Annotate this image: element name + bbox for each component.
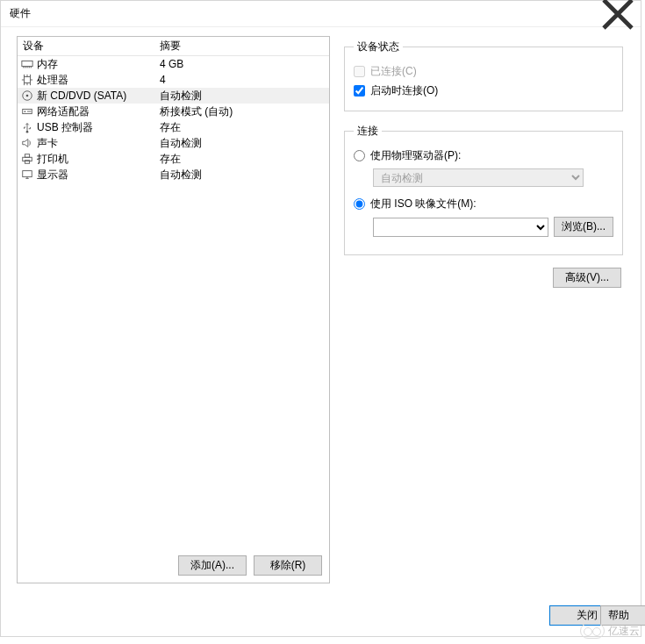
hardware-row[interactable]: 打印机存在 bbox=[18, 151, 329, 167]
hardware-device-name: 显示器 bbox=[37, 168, 68, 182]
dialog-title: 硬件 bbox=[10, 6, 31, 21]
usb-icon bbox=[21, 121, 33, 133]
column-device-header[interactable]: 设备 bbox=[18, 39, 156, 54]
svg-rect-8 bbox=[25, 154, 29, 158]
hardware-row[interactable]: 声卡自动检测 bbox=[18, 135, 329, 151]
hardware-row[interactable]: 显示器自动检测 bbox=[18, 167, 329, 182]
use-physical-row[interactable]: 使用物理驱动器(P): bbox=[354, 146, 613, 165]
device-status-group: 设备状态 已连接(C) 启动时连接(O) bbox=[344, 39, 623, 111]
svg-rect-1 bbox=[25, 77, 31, 83]
browse-button[interactable]: 浏览(B)... bbox=[554, 217, 613, 237]
hardware-device-cell: 网络适配器 bbox=[18, 104, 156, 119]
display-icon bbox=[21, 168, 33, 181]
iso-file-sub: 浏览(B)... bbox=[373, 217, 613, 237]
svg-rect-0 bbox=[22, 61, 32, 67]
titlebar: 硬件 bbox=[1, 1, 641, 27]
use-physical-label: 使用物理驱动器(P): bbox=[370, 148, 461, 163]
add-button[interactable]: 添加(A)... bbox=[178, 555, 247, 576]
svg-point-6 bbox=[26, 131, 29, 133]
hardware-summary-cell: 4 bbox=[156, 74, 329, 86]
use-iso-label: 使用 ISO 映像文件(M): bbox=[370, 197, 477, 211]
hardware-device-cell: 新 CD/DVD (SATA) bbox=[18, 89, 156, 104]
svg-point-5 bbox=[25, 111, 26, 112]
iso-file-select[interactable] bbox=[373, 218, 548, 237]
connection-legend: 连接 bbox=[354, 124, 382, 139]
hardware-list-header: 设备 摘要 bbox=[18, 37, 329, 56]
hardware-device-name: 内存 bbox=[37, 57, 58, 72]
hardware-summary-cell: 自动检测 bbox=[156, 136, 329, 151]
hardware-summary-cell: 4 GB bbox=[156, 58, 329, 70]
hardware-device-cell: 打印机 bbox=[18, 152, 156, 167]
connect-on-start-checkbox[interactable] bbox=[354, 85, 365, 97]
use-iso-row[interactable]: 使用 ISO 映像文件(M): bbox=[354, 194, 613, 213]
hardware-row[interactable]: 处理器4 bbox=[18, 72, 329, 88]
hardware-summary-cell: 存在 bbox=[156, 120, 329, 135]
connection-group: 连接 使用物理驱动器(P): 自动检测 使用 ISO 映像文件(M): bbox=[344, 124, 623, 255]
use-iso-radio[interactable] bbox=[354, 198, 365, 210]
hardware-device-name: 网络适配器 bbox=[37, 104, 90, 119]
network-icon bbox=[21, 105, 33, 118]
disc-icon bbox=[21, 89, 33, 102]
hardware-summary-cell: 自动检测 bbox=[156, 89, 329, 104]
hardware-list-buttons: 添加(A)... 移除(R) bbox=[178, 555, 322, 576]
hardware-device-cell: 显示器 bbox=[18, 168, 156, 182]
remove-button[interactable]: 移除(R) bbox=[254, 555, 322, 576]
device-status-legend: 设备状态 bbox=[354, 39, 403, 54]
advanced-row: 高级(V)... bbox=[344, 268, 623, 288]
advanced-button[interactable]: 高级(V)... bbox=[553, 268, 621, 288]
svg-rect-10 bbox=[23, 171, 32, 177]
help-button[interactable]: 帮助 bbox=[600, 605, 645, 626]
cpu-icon bbox=[21, 74, 33, 86]
connected-label: 已连接(C) bbox=[370, 64, 417, 79]
svg-point-3 bbox=[26, 95, 29, 97]
hardware-device-cell: 声卡 bbox=[18, 136, 156, 151]
hardware-device-name: USB 控制器 bbox=[37, 120, 93, 135]
dialog-body: 设备 摘要 内存4 GB处理器4新 CD/DVD (SATA)自动检测网络适配器… bbox=[17, 36, 625, 583]
sound-icon bbox=[21, 137, 33, 149]
hardware-list[interactable]: 内存4 GB处理器4新 CD/DVD (SATA)自动检测网络适配器桥接模式 (… bbox=[18, 56, 329, 583]
column-summary-header[interactable]: 摘要 bbox=[156, 39, 329, 54]
hardware-row[interactable]: 网络适配器桥接模式 (自动) bbox=[18, 104, 329, 119]
hardware-list-panel: 设备 摘要 内存4 GB处理器4新 CD/DVD (SATA)自动检测网络适配器… bbox=[17, 36, 330, 583]
connect-on-start-label: 启动时连接(O) bbox=[370, 83, 438, 98]
hardware-device-name: 声卡 bbox=[37, 136, 58, 151]
hardware-device-name: 新 CD/DVD (SATA) bbox=[37, 89, 126, 104]
hardware-device-cell: 内存 bbox=[18, 57, 156, 72]
hardware-device-cell: 处理器 bbox=[18, 73, 156, 88]
hardware-summary-cell: 桥接模式 (自动) bbox=[156, 104, 329, 119]
close-icon[interactable] bbox=[600, 4, 635, 25]
connected-row: 已连接(C) bbox=[354, 61, 613, 81]
hardware-dialog: 硬件 设备 摘要 内存4 GB处理器4新 CD/DVD (SATA)自动检测网络… bbox=[0, 0, 641, 637]
hardware-row[interactable]: USB 控制器存在 bbox=[18, 119, 329, 135]
physical-drive-select: 自动检测 bbox=[373, 168, 584, 187]
memory-icon bbox=[21, 58, 33, 70]
use-physical-radio[interactable] bbox=[354, 150, 365, 161]
hardware-summary-cell: 存在 bbox=[156, 152, 329, 167]
physical-drive-sub: 自动检测 bbox=[373, 168, 613, 187]
hardware-row[interactable]: 内存4 GB bbox=[18, 56, 329, 72]
hardware-device-name: 打印机 bbox=[37, 152, 68, 167]
connect-on-start-row[interactable]: 启动时连接(O) bbox=[354, 81, 613, 100]
settings-panel: 设备状态 已连接(C) 启动时连接(O) 连接 使用物理驱动器(P): bbox=[339, 36, 625, 583]
hardware-device-cell: USB 控制器 bbox=[18, 120, 156, 135]
connected-checkbox bbox=[354, 66, 365, 77]
hardware-summary-cell: 自动检测 bbox=[156, 168, 329, 182]
printer-icon bbox=[21, 153, 33, 165]
hardware-device-name: 处理器 bbox=[37, 73, 68, 88]
hardware-row[interactable]: 新 CD/DVD (SATA)自动检测 bbox=[18, 88, 329, 104]
